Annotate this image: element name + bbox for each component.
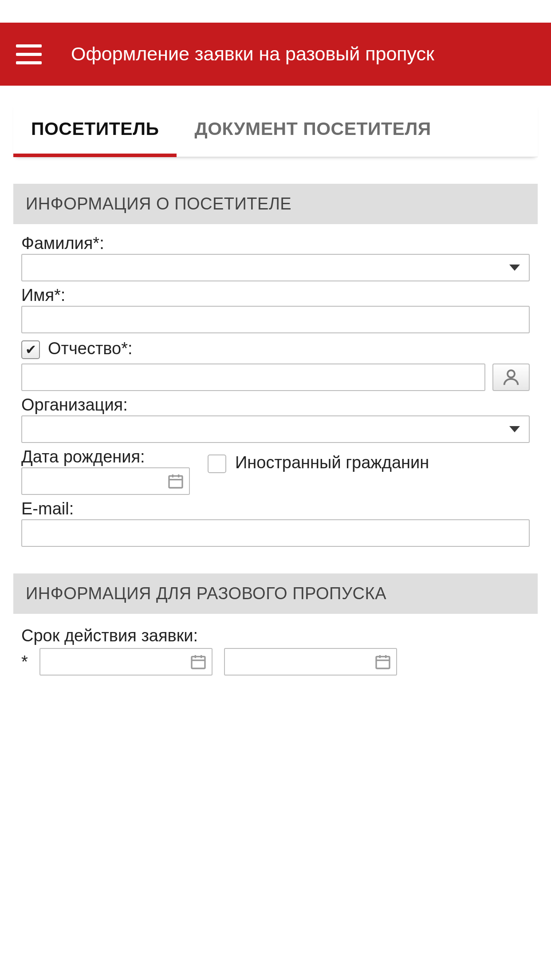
calendar-icon (374, 653, 392, 671)
tab-bar: ПОСЕТИТЕЛЬ ДОКУМЕНТ ПОСЕТИТЕЛЯ (13, 103, 538, 157)
section-pass-info-title: ИНФОРМАЦИЯ ДЛЯ РАЗОВОГО ПРОПУСКА (13, 573, 538, 614)
person-icon (501, 367, 521, 387)
firstname-input[interactable] (21, 306, 530, 333)
chevron-down-icon (509, 426, 520, 432)
dob-input[interactable] (21, 467, 190, 495)
chevron-down-icon (509, 265, 520, 271)
section-visitor-info: ИНФОРМАЦИЯ О ПОСЕТИТЕЛЕ Фамилия*: Имя*: … (13, 184, 538, 547)
svg-point-0 (508, 370, 515, 377)
firstname-label: Имя*: (21, 286, 530, 305)
patronymic-checkbox[interactable] (21, 340, 40, 359)
foreign-citizen-checkbox[interactable] (208, 454, 226, 473)
patronymic-input[interactable] (21, 364, 485, 391)
tab-visitor[interactable]: ПОСЕТИТЕЛЬ (13, 103, 177, 157)
section-pass-info: ИНФОРМАЦИЯ ДЛЯ РАЗОВОГО ПРОПУСКА Срок де… (13, 573, 538, 676)
person-lookup-button[interactable] (492, 364, 530, 391)
calendar-icon (167, 472, 185, 490)
page-title: Оформление заявки на разовый пропуск (71, 42, 434, 66)
svg-rect-1 (169, 476, 182, 488)
menu-icon[interactable] (11, 36, 47, 72)
foreign-citizen-label: Иностранный гражданин (235, 453, 429, 473)
lastname-select[interactable] (21, 254, 530, 281)
patronymic-label: Отчество*: (48, 339, 133, 358)
validity-from-input[interactable] (39, 648, 213, 676)
email-input[interactable] (21, 519, 530, 547)
organization-select[interactable] (21, 415, 530, 443)
validity-to-input[interactable] (224, 648, 397, 676)
app-header: Оформление заявки на разовый пропуск (0, 23, 551, 86)
tab-visitor-document[interactable]: ДОКУМЕНТ ПОСЕТИТЕЛЯ (177, 103, 449, 157)
lastname-label: Фамилия*: (21, 234, 530, 253)
calendar-icon (189, 653, 207, 671)
dob-label: Дата рождения: (21, 447, 190, 466)
svg-rect-12 (376, 656, 390, 668)
section-visitor-info-title: ИНФОРМАЦИЯ О ПОСЕТИТЕЛЕ (13, 184, 538, 224)
status-bar (0, 0, 551, 23)
organization-label: Организация: (21, 395, 530, 415)
email-label: E-mail: (21, 499, 530, 518)
validity-label: Срок действия заявки: (21, 626, 530, 645)
validity-from-asterisk: * (21, 652, 28, 672)
svg-rect-8 (192, 656, 205, 668)
